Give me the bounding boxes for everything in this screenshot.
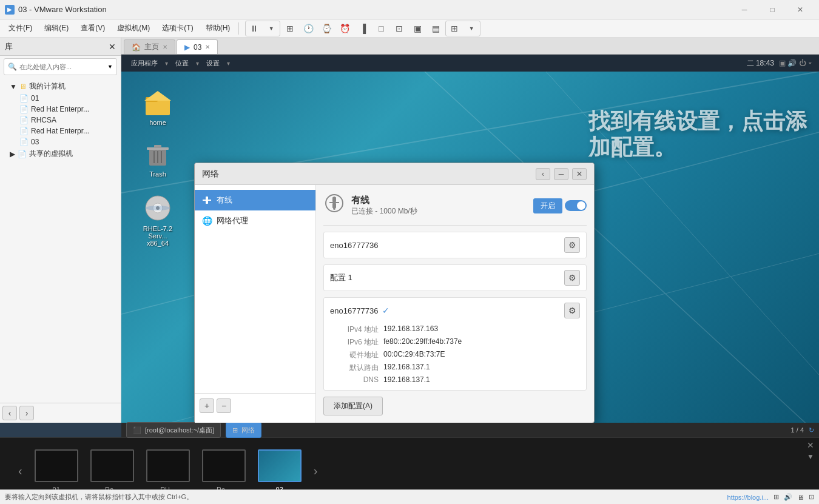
remove-nav-button[interactable]: − bbox=[217, 398, 231, 413]
sidebar-item-label: RHCSA bbox=[31, 116, 56, 124]
status-icon-2[interactable]: 🔊 bbox=[784, 493, 792, 501]
wired-toggle-button[interactable]: 开启 bbox=[533, 198, 562, 213]
gateway-label: 默认路由 bbox=[330, 363, 379, 373]
net-detail-settings-button[interactable]: ⚙ bbox=[564, 303, 580, 318]
menu-separator bbox=[238, 22, 239, 35]
pause-button[interactable]: ⏸ bbox=[246, 21, 263, 36]
sidebar-item-my-computer[interactable]: ▼ 🖥 我的计算机 bbox=[0, 80, 121, 93]
dialog-minimize-button[interactable]: ─ bbox=[554, 168, 568, 180]
menu-tabs[interactable]: 选项卡(T) bbox=[156, 21, 199, 36]
toggle-thumb bbox=[577, 201, 585, 210]
minimize-button[interactable]: ─ bbox=[730, 0, 758, 19]
thumbnail-03[interactable]: 03 bbox=[258, 449, 302, 493]
status-icon-3[interactable]: 🖥 bbox=[797, 494, 804, 501]
sidebar-scroll-left-button[interactable]: ‹ bbox=[2, 406, 17, 420]
sidebar-title: 库 bbox=[5, 41, 13, 52]
split-button[interactable]: ▣ bbox=[409, 21, 426, 36]
tab-home-label: 主页 bbox=[144, 42, 159, 52]
thumb-prev-button[interactable]: ‹ bbox=[18, 464, 22, 478]
wired-icon bbox=[202, 195, 212, 205]
net-detail-header: eno16777736 ✓ ⚙ bbox=[330, 303, 580, 318]
vm-tb-location[interactable]: 位置 bbox=[170, 58, 194, 69]
sidebar-item-01[interactable]: 📄 01 bbox=[0, 93, 121, 104]
thumb-re2-img bbox=[202, 449, 246, 482]
tab-03[interactable]: ▶ 03 ✕ bbox=[177, 39, 218, 54]
dialog-overlay: 网络 ‹ ─ ✕ bbox=[121, 72, 819, 423]
tab-home[interactable]: 🏠 主页 ✕ bbox=[124, 39, 175, 54]
thumbnail-re1[interactable]: Re... bbox=[90, 449, 134, 493]
search-input[interactable] bbox=[19, 63, 105, 70]
fullscreen-left-button[interactable]: ▐ bbox=[354, 21, 371, 36]
maximize-button[interactable]: □ bbox=[758, 0, 786, 19]
sidebar-item-redhat1[interactable]: 📄 Red Hat Enterpr... bbox=[0, 104, 121, 115]
title-bar: ▶ 03 - VMware Workstation ─ □ ✕ bbox=[0, 0, 819, 19]
close-button[interactable]: ✕ bbox=[786, 0, 814, 19]
net-detail-ipv4-row: IPv4 地址 192.168.137.163 bbox=[330, 323, 580, 336]
dns-value: 192.168.137.1 bbox=[383, 375, 430, 384]
sidebar-item-03[interactable]: 📄 03 bbox=[0, 136, 121, 147]
net-entry-config-settings-button[interactable]: ⚙ bbox=[564, 270, 580, 286]
vm-desktop[interactable]: home Trash bbox=[121, 72, 819, 423]
tab-home-close-button[interactable]: ✕ bbox=[163, 44, 167, 50]
sidebar-close-button[interactable]: ✕ bbox=[109, 42, 116, 52]
vm-tb-apps[interactable]: 应用程序 bbox=[126, 58, 163, 69]
status-link[interactable]: https://blog.i... bbox=[727, 494, 769, 501]
thumb-03-img bbox=[258, 449, 302, 482]
vm-tb-arrow3: ▾ bbox=[227, 60, 230, 67]
sidebar: 库 ✕ 🔍 ▼ ▼ 🖥 我的计算机 📄 01 📄 Red Hat Enterpr… bbox=[0, 38, 121, 423]
vmware-status-bar: 要将输入定向到该虚拟机，请将鼠标指针移入其中或按 Ctrl+G。 https:/… bbox=[0, 489, 819, 504]
toggle-track[interactable] bbox=[565, 200, 587, 211]
snapshot-button[interactable]: 🕐 bbox=[300, 21, 317, 36]
thumb-close-button[interactable]: ✕ bbox=[807, 440, 814, 450]
view-dropdown[interactable]: ▼ bbox=[463, 21, 480, 36]
thumb-rh-img bbox=[146, 449, 190, 482]
window-button[interactable]: ⊡ bbox=[391, 21, 408, 36]
tab-03-label: 03 bbox=[194, 43, 201, 52]
dialog-nav-proxy[interactable]: 🌐 网络代理 bbox=[195, 210, 315, 231]
net-detail-name: eno16777736 ✓ bbox=[330, 306, 389, 315]
dialog-nav-wired[interactable]: 有线 bbox=[195, 190, 315, 210]
menu-edit[interactable]: 编辑(E) bbox=[38, 21, 75, 36]
tab-03-close-button[interactable]: ✕ bbox=[205, 44, 210, 50]
dialog-close-button[interactable]: ✕ bbox=[572, 168, 587, 180]
net-entry-config-label: 配置 1 bbox=[330, 272, 352, 283]
pause-dropdown[interactable]: ▼ bbox=[263, 21, 280, 36]
terminal-button[interactable]: ▤ bbox=[427, 21, 444, 36]
snapshot2-button[interactable]: ⌚ bbox=[318, 21, 335, 36]
ipv4-label: IPv4 地址 bbox=[330, 324, 379, 335]
thumbnail-rh[interactable]: RH... bbox=[146, 449, 190, 493]
search-dropdown-icon[interactable]: ▼ bbox=[107, 64, 113, 70]
thumbnail-re2[interactable]: Re... bbox=[202, 449, 246, 493]
net-info-sub: 已连接 - 1000 Mb/秒 bbox=[351, 206, 527, 217]
thumb-next-button[interactable]: › bbox=[314, 464, 318, 478]
menu-help[interactable]: 帮助(H) bbox=[200, 21, 237, 36]
snapshot3-button[interactable]: ⏰ bbox=[336, 21, 353, 36]
refresh-button[interactable]: ↻ bbox=[809, 426, 814, 434]
menu-view[interactable]: 查看(V) bbox=[75, 21, 111, 36]
sidebar-item-rhcsa[interactable]: 📄 RHCSA bbox=[0, 115, 121, 126]
add-config-button[interactable]: 添加配置(A) bbox=[323, 397, 383, 415]
taskbar-network-item[interactable]: ⊞ 网络 bbox=[226, 422, 261, 438]
sidebar-item-redhat2[interactable]: 📄 Red Hat Enterpr... bbox=[0, 126, 121, 136]
vm-tb-settings[interactable]: 设置 bbox=[201, 58, 224, 69]
net-detail-ipv6-row: IPv6 地址 fe80::20c:29ff:fe4b:737e bbox=[330, 336, 580, 349]
add-nav-button[interactable]: + bbox=[200, 398, 214, 413]
fullscreen-button[interactable]: □ bbox=[372, 21, 389, 36]
vm-time: 二 18:43 bbox=[747, 58, 774, 69]
sidebar-item-shared[interactable]: ▶ 📄 共享的虚拟机 bbox=[0, 147, 121, 160]
thumbnail-01[interactable]: 01 bbox=[35, 449, 78, 493]
wired-big-icon bbox=[323, 192, 345, 219]
status-icon-1[interactable]: ⊞ bbox=[774, 493, 779, 501]
sidebar-scroll-right-button[interactable]: › bbox=[19, 406, 34, 420]
view-button[interactable]: ⊞ bbox=[446, 21, 463, 36]
taskbar-terminal-item[interactable]: ⬛ [root@localhost:~/桌面] bbox=[126, 422, 221, 438]
dialog-sidebar: 有线 🌐 网络代理 + − bbox=[195, 185, 316, 423]
status-icon-4[interactable]: ⊡ bbox=[809, 493, 814, 501]
net-entry-eno-settings-button[interactable]: ⚙ bbox=[564, 237, 580, 253]
vm-area: 应用程序 ▾ 位置 ▾ 设置 ▾ 二 18:43 ▣ 🔊 ⏻ ▾ bbox=[121, 55, 819, 423]
thumb-scroll-down-button[interactable]: ▼ bbox=[807, 452, 814, 461]
send-ctrl-alt-del-button[interactable]: ⊞ bbox=[281, 21, 298, 36]
dialog-back-button[interactable]: ‹ bbox=[536, 168, 550, 180]
menu-file[interactable]: 文件(F) bbox=[2, 21, 38, 36]
menu-vm[interactable]: 虚拟机(M) bbox=[111, 21, 156, 36]
